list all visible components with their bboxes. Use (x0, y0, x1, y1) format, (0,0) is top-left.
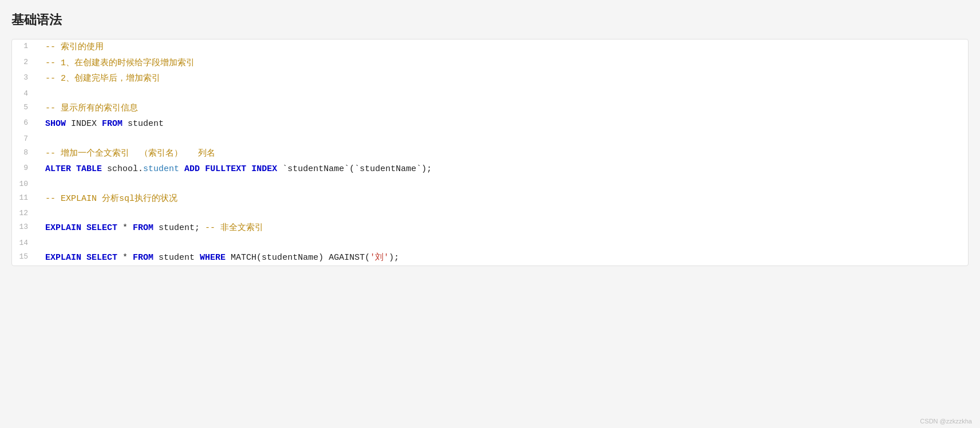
line-number: 15 (12, 250, 36, 266)
table-row: 12 (12, 207, 968, 220)
table-row: 8-- 增加一个全文索引 （索引名） 列名 (12, 146, 968, 162)
line-content (36, 132, 968, 146)
line-number: 4 (12, 87, 36, 101)
line-content: -- 显示所有的索引信息 (36, 101, 968, 117)
table-row: 11-- EXPLAIN 分析sql执行的状况 (12, 191, 968, 207)
line-content: -- 2、创建完毕后，增加索引 (36, 71, 968, 87)
line-content: SHOW INDEX FROM student (36, 116, 968, 132)
table-row: 2-- 1、在创建表的时候给字段增加索引 (12, 56, 968, 72)
line-number: 5 (12, 101, 36, 117)
line-number: 2 (12, 56, 36, 72)
table-row: 13EXPLAIN SELECT * FROM student; -- 非全文索… (12, 220, 968, 236)
line-number: 10 (12, 177, 36, 191)
line-content (36, 207, 968, 220)
line-content: -- 1、在创建表的时候给字段增加索引 (36, 56, 968, 72)
table-row: 9ALTER TABLE school.student ADD FULLTEXT… (12, 161, 968, 177)
table-row: 3-- 2、创建完毕后，增加索引 (12, 71, 968, 87)
table-row: 5-- 显示所有的索引信息 (12, 101, 968, 117)
line-content: -- EXPLAIN 分析sql执行的状况 (36, 191, 968, 207)
line-number: 6 (12, 116, 36, 132)
line-content (36, 236, 968, 250)
table-row: 4 (12, 87, 968, 101)
line-content: -- 索引的使用 (36, 39, 968, 56)
line-number: 8 (12, 146, 36, 162)
table-row: 10 (12, 177, 968, 191)
line-number: 13 (12, 220, 36, 236)
table-row: 7 (12, 132, 968, 146)
line-number: 7 (12, 132, 36, 146)
line-content: -- 增加一个全文索引 （索引名） 列名 (36, 146, 968, 162)
table-row: 15EXPLAIN SELECT * FROM student WHERE MA… (12, 250, 968, 266)
line-number: 9 (12, 161, 36, 177)
line-content: EXPLAIN SELECT * FROM student; -- 非全文索引 (36, 220, 968, 236)
line-number: 12 (12, 207, 36, 220)
code-table: 1-- 索引的使用2-- 1、在创建表的时候给字段增加索引3-- 2、创建完毕后… (12, 39, 968, 265)
code-block: 1-- 索引的使用2-- 1、在创建表的时候给字段增加索引3-- 2、创建完毕后… (11, 39, 969, 266)
line-content (36, 87, 968, 101)
line-number: 11 (12, 191, 36, 207)
line-number: 14 (12, 236, 36, 250)
line-content: ALTER TABLE school.student ADD FULLTEXT … (36, 161, 968, 177)
line-number: 3 (12, 71, 36, 87)
line-content: EXPLAIN SELECT * FROM student WHERE MATC… (36, 250, 968, 266)
page-title: 基础语法 (11, 11, 969, 29)
table-row: 6SHOW INDEX FROM student (12, 116, 968, 132)
table-row: 14 (12, 236, 968, 250)
line-number: 1 (12, 39, 36, 56)
line-content (36, 177, 968, 191)
table-row: 1-- 索引的使用 (12, 39, 968, 56)
